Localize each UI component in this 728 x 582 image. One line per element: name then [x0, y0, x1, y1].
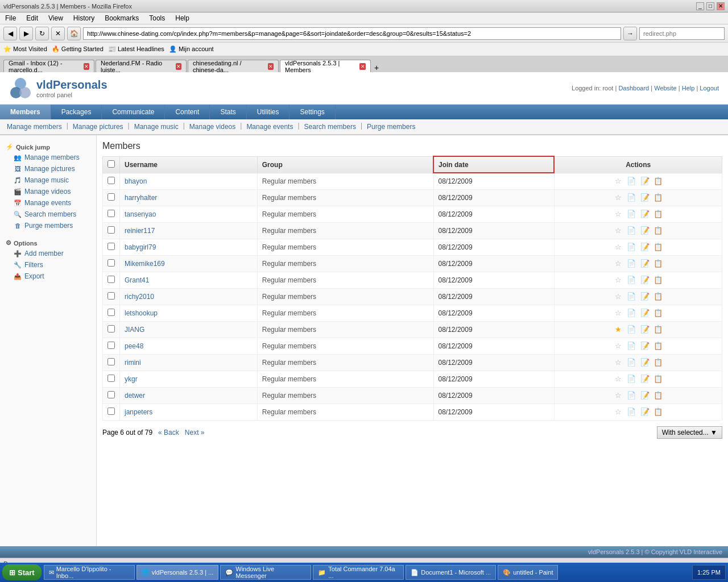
sidebar-item-search-members[interactable]: 🔍 Search members — [0, 209, 96, 220]
delete-icon[interactable]: 📋 — [653, 193, 663, 203]
view-icon[interactable]: 📄 — [626, 407, 636, 417]
browser-window-controls[interactable]: _ □ ✕ — [696, 2, 725, 10]
sidebar-item-manage-pictures[interactable]: 🖼 Manage pictures — [0, 163, 96, 174]
row-checkbox[interactable] — [107, 325, 115, 332]
view-icon[interactable]: 📄 — [626, 193, 636, 203]
delete-icon[interactable]: 📋 — [653, 226, 663, 236]
subnav-search-members[interactable]: Search members — [302, 122, 358, 132]
username-link[interactable]: janpeters — [125, 408, 152, 416]
delete-icon[interactable]: 📋 — [653, 374, 663, 384]
view-icon[interactable]: 📄 — [626, 259, 636, 269]
edit-icon[interactable]: 📝 — [640, 209, 650, 219]
tab-close-chinesedating[interactable]: ✕ — [268, 63, 274, 70]
star-icon[interactable]: ☆ — [613, 275, 623, 285]
delete-icon[interactable]: 📋 — [653, 259, 663, 269]
username-header[interactable]: Username — [120, 156, 258, 173]
row-checkbox[interactable] — [107, 309, 115, 316]
select-all-checkbox[interactable] — [107, 160, 115, 168]
row-checkbox[interactable] — [107, 342, 115, 349]
subnav-manage-music[interactable]: Manage music — [132, 122, 181, 132]
star-icon[interactable]: ☆ — [613, 193, 623, 203]
stop-button[interactable]: ✕ — [51, 27, 65, 40]
bookmark-most-visited[interactable]: ⭐ Most Visited — [3, 45, 47, 53]
edit-icon[interactable]: 📝 — [640, 325, 650, 335]
row-checkbox[interactable] — [107, 259, 115, 267]
edit-icon[interactable]: 📝 — [640, 292, 650, 302]
row-checkbox[interactable] — [107, 193, 115, 201]
forward-button[interactable]: ▶ — [19, 27, 33, 40]
username-link[interactable]: ykgr — [125, 375, 138, 383]
menu-file[interactable]: File — [3, 14, 18, 23]
view-icon[interactable]: 📄 — [626, 292, 636, 302]
taskbar-item-word[interactable]: 📄 Document1 - Microsoft ... — [406, 565, 496, 569]
bookmark-mijn-account[interactable]: 👤 Mijn account — [169, 45, 214, 53]
view-icon[interactable]: 📄 — [626, 325, 636, 335]
select-all-header[interactable] — [103, 156, 120, 173]
username-link[interactable]: JIANG — [125, 326, 144, 334]
username-link[interactable]: Grant41 — [125, 276, 149, 284]
view-icon[interactable]: 📄 — [626, 390, 636, 401]
delete-icon[interactable]: 📋 — [653, 176, 663, 186]
edit-icon[interactable]: 📝 — [640, 390, 650, 401]
star-icon[interactable]: ☆ — [613, 176, 623, 186]
star-icon[interactable]: ☆ — [613, 308, 623, 318]
edit-icon[interactable]: 📝 — [640, 275, 650, 285]
username-link[interactable]: rimini — [125, 359, 141, 367]
row-checkbox[interactable] — [107, 292, 115, 300]
username-link[interactable]: babygirl79 — [125, 243, 156, 251]
view-icon[interactable]: 📄 — [626, 357, 636, 368]
edit-icon[interactable]: 📝 — [640, 242, 650, 252]
delete-icon[interactable]: 📋 — [653, 242, 663, 252]
username-link[interactable]: richy2010 — [125, 293, 154, 301]
sidebar-item-export[interactable]: 📤 Export — [0, 271, 96, 282]
delete-icon[interactable]: 📋 — [653, 390, 663, 401]
delete-icon[interactable]: 📋 — [653, 407, 663, 417]
delete-icon[interactable]: 📋 — [653, 308, 663, 318]
star-icon[interactable]: ☆ — [613, 341, 623, 351]
tab-close-vldpersonals[interactable]: ✕ — [359, 63, 366, 70]
reload-button[interactable]: ↻ — [35, 27, 49, 40]
dashboard-link[interactable]: Dashboard — [618, 85, 649, 92]
star-icon[interactable]: ☆ — [613, 374, 623, 384]
edit-icon[interactable]: 📝 — [640, 193, 650, 203]
with-selected-button[interactable]: With selected... ▼ — [657, 426, 722, 439]
row-checkbox[interactable] — [107, 408, 115, 415]
menu-edit[interactable]: Edit — [24, 14, 40, 23]
star-icon[interactable]: ☆ — [613, 390, 623, 401]
nav-utilities[interactable]: Utilities — [247, 105, 290, 119]
star-icon[interactable]: ☆ — [613, 226, 623, 236]
star-icon[interactable]: ☆ — [613, 407, 623, 417]
username-link[interactable]: reinier117 — [125, 227, 155, 235]
row-checkbox[interactable] — [107, 210, 115, 217]
delete-icon[interactable]: 📋 — [653, 357, 663, 368]
nav-packages[interactable]: Packages — [51, 105, 102, 119]
menu-bookmarks[interactable]: Bookmarks — [103, 14, 140, 23]
bookmark-getting-started[interactable]: 🔥 Getting Started — [52, 45, 104, 53]
edit-icon[interactable]: 📝 — [640, 374, 650, 384]
subnav-purge-members[interactable]: Purge members — [365, 122, 417, 132]
edit-icon[interactable]: 📝 — [640, 308, 650, 318]
sidebar-item-manage-videos[interactable]: 🎬 Manage videos — [0, 186, 96, 197]
logout-link[interactable]: Logout — [700, 85, 719, 92]
edit-icon[interactable]: 📝 — [640, 176, 650, 186]
delete-icon[interactable]: 📋 — [653, 341, 663, 351]
star-icon[interactable]: ☆ — [613, 259, 623, 269]
delete-icon[interactable]: 📋 — [653, 275, 663, 285]
group-header[interactable]: Group — [257, 156, 433, 173]
bookmark-latest-headlines[interactable]: 📰 Latest Headlines — [108, 45, 164, 53]
sidebar-item-filters[interactable]: 🔧 Filters — [0, 259, 96, 271]
tab-gmail[interactable]: Gmail - Inbox (12) - marcello.d... ✕ — [3, 60, 94, 72]
tab-nederland-fm[interactable]: Nederland.FM - Radio luiste... ✕ — [96, 60, 187, 72]
view-icon[interactable]: 📄 — [626, 341, 636, 351]
view-icon[interactable]: 📄 — [626, 209, 636, 219]
row-checkbox[interactable] — [107, 226, 115, 234]
join-date-header[interactable]: Join date — [433, 156, 554, 173]
menu-tools[interactable]: Tools — [147, 14, 167, 23]
menu-help[interactable]: Help — [173, 14, 191, 23]
star-icon[interactable]: ☆ — [613, 242, 623, 252]
view-icon[interactable]: 📄 — [626, 226, 636, 236]
nav-members[interactable]: Members — [0, 105, 51, 119]
star-icon[interactable]: ☆ — [613, 209, 623, 219]
edit-icon[interactable]: 📝 — [640, 357, 650, 368]
subnav-manage-videos[interactable]: Manage videos — [187, 122, 238, 132]
